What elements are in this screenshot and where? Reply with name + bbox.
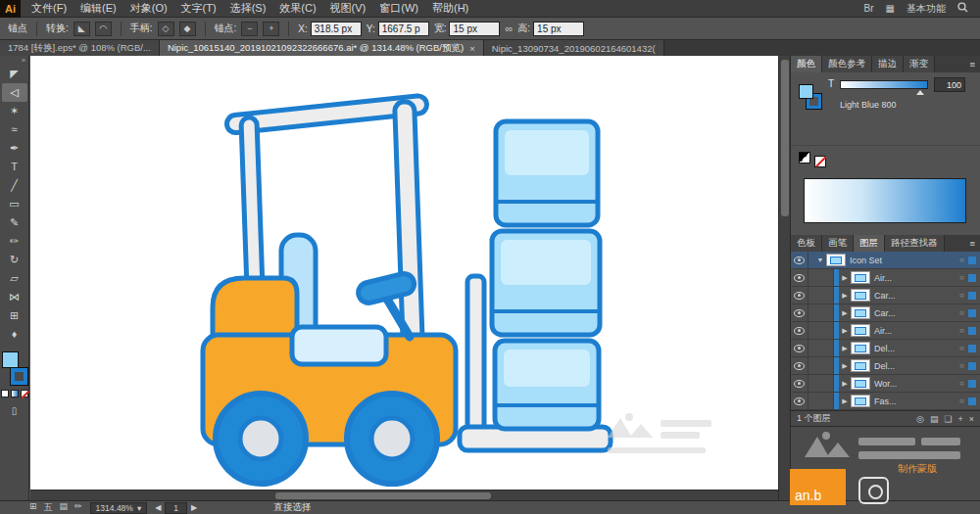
menu-window[interactable]: 窗口(W) [372, 0, 425, 18]
show-handles-button[interactable]: ◇ [158, 22, 174, 36]
menu-view[interactable]: 视图(V) [323, 0, 373, 18]
layer-row[interactable]: ▶ Del... ○ [791, 357, 980, 375]
next-artboard-icon[interactable]: ▶ [191, 503, 197, 512]
target-icon[interactable]: ○ [956, 273, 968, 282]
free-transform-tool[interactable]: ⊞ [2, 306, 27, 325]
target-icon[interactable]: ○ [956, 397, 968, 405]
panel-menu-icon[interactable]: ≡ [964, 235, 980, 252]
layer-row[interactable]: ▶ Fas... ○ [791, 393, 980, 410]
menu-edit[interactable]: 编辑(E) [74, 0, 123, 18]
panel-icon[interactable]: ▤ [60, 501, 69, 514]
target-icon[interactable]: ○ [956, 256, 968, 264]
document-tab-1[interactable]: 1784 [转换].eps* @ 108% (RGB/... [0, 40, 160, 56]
make-mask-icon[interactable]: ▤ [930, 414, 939, 424]
tab-color[interactable]: 颜色 [791, 56, 822, 72]
stroke-color-swatch[interactable] [11, 368, 27, 385]
width-tool[interactable]: ⋈ [2, 288, 27, 306]
menu-type[interactable]: 文字(T) [174, 0, 223, 18]
visibility-toggle[interactable] [791, 357, 808, 374]
expand-arrow-icon[interactable]: ▶ [839, 362, 851, 370]
tint-slider-handle[interactable] [916, 90, 924, 95]
expand-arrow-icon[interactable]: ▶ [839, 309, 851, 317]
tab-color-guide[interactable]: 颜色参考 [822, 56, 872, 72]
rotate-tool[interactable]: ↻ [2, 251, 27, 269]
magic-wand-tool[interactable]: ✶ [2, 102, 27, 120]
y-input[interactable]: 1667.5 p [378, 22, 429, 36]
collapse-arrow-icon[interactable]: ▼ [814, 257, 826, 263]
document-tab-2[interactable]: Nipic_10615140_20191021092322666676.ai* … [160, 40, 484, 56]
paintbrush-tool[interactable]: ✎ [2, 213, 27, 232]
pen-icon[interactable]: ✏ [74, 501, 82, 514]
visibility-toggle[interactable] [791, 340, 808, 356]
search-icon[interactable] [957, 2, 968, 15]
visibility-toggle[interactable] [791, 252, 808, 268]
collapse-panel-icon[interactable]: » [22, 57, 25, 64]
arrange-documents-icon[interactable]: ▦ [886, 3, 895, 14]
vertical-scroll-thumb[interactable] [781, 60, 789, 216]
layer-row[interactable]: ▶ Car... ○ [791, 304, 980, 322]
prev-artboard-icon[interactable]: ◀ [155, 503, 161, 512]
forklift-artwork[interactable] [168, 61, 658, 488]
fill-color-swatch[interactable] [2, 351, 19, 368]
locate-object-icon[interactable]: ◎ [916, 414, 924, 424]
pencil-tool[interactable]: ✏ [2, 232, 27, 251]
expand-arrow-icon[interactable]: ▶ [839, 292, 851, 300]
expand-arrow-icon[interactable]: ▶ [839, 345, 851, 352]
delete-layer-icon[interactable]: × [969, 414, 974, 424]
bridge-icon[interactable]: Br [864, 3, 874, 14]
direct-selection-tool[interactable]: ◁ [2, 83, 27, 102]
panel-menu-icon[interactable]: ≡ [964, 56, 980, 72]
add-anchor-button[interactable]: + [263, 22, 279, 36]
target-icon[interactable]: ○ [956, 344, 968, 352]
type-tool[interactable]: T [2, 158, 27, 176]
close-icon[interactable]: × [469, 43, 475, 54]
horizontal-scroll-thumb[interactable] [275, 492, 491, 499]
hide-handles-button[interactable]: ◆ [179, 22, 196, 36]
ime-icon[interactable]: 五 [44, 501, 53, 514]
visibility-toggle[interactable] [791, 269, 808, 286]
tab-pathfinder[interactable]: 路径查找器 [885, 235, 945, 252]
expand-arrow-icon[interactable]: ▶ [839, 380, 851, 388]
eyedropper-tool[interactable]: ♦ [2, 325, 27, 344]
remove-anchor-button[interactable]: − [241, 22, 258, 36]
line-segment-tool[interactable]: ╱ [2, 176, 27, 195]
menu-select[interactable]: 选择(S) [223, 0, 273, 18]
constrain-proportions-icon[interactable]: ∞ [505, 23, 513, 34]
color-button[interactable] [1, 390, 9, 397]
target-icon[interactable]: ○ [956, 361, 968, 370]
target-icon[interactable]: ○ [956, 308, 968, 317]
lasso-tool[interactable]: ≈ [2, 120, 27, 139]
target-icon[interactable]: ○ [956, 379, 968, 388]
width-input[interactable]: 15 px [449, 22, 500, 36]
rectangle-tool[interactable]: ▭ [2, 195, 27, 213]
tab-stroke[interactable]: 描边 [872, 56, 904, 72]
tint-slider[interactable] [840, 80, 928, 89]
tab-brushes[interactable]: 画笔 [822, 235, 854, 252]
tab-swatches[interactable]: 色板 [791, 235, 822, 252]
selection-tool[interactable]: ◤ [2, 65, 27, 83]
expand-arrow-icon[interactable]: ▶ [839, 327, 851, 335]
gradient-button[interactable] [11, 390, 19, 397]
menu-effect[interactable]: 效果(C) [272, 0, 322, 18]
height-input[interactable]: 15 px [533, 22, 584, 36]
expand-arrow-icon[interactable]: ▶ [839, 274, 851, 282]
layer-row-icon-set[interactable]: ▼ Icon Set ○ [791, 252, 980, 269]
fill-proxy-swatch[interactable] [799, 84, 813, 99]
default-fill-stroke-swatch[interactable] [799, 152, 810, 164]
tab-layers[interactable]: 图层 [854, 235, 885, 252]
none-swatch[interactable] [814, 156, 826, 167]
zoom-control[interactable]: 1314.48% ▾ [90, 502, 148, 514]
none-button[interactable] [21, 390, 28, 397]
workspace-switcher[interactable]: 基本功能 [906, 2, 946, 16]
tint-value-input[interactable]: 100 [934, 77, 965, 92]
layer-row[interactable]: ▶ Wor... ○ [791, 375, 980, 393]
target-icon[interactable]: ○ [956, 326, 968, 335]
convert-to-smooth-button[interactable]: ◠ [95, 22, 112, 36]
visibility-toggle[interactable] [791, 287, 808, 304]
menu-file[interactable]: 文件(F) [24, 0, 74, 18]
visibility-toggle[interactable] [791, 304, 808, 321]
tab-gradient[interactable]: 渐变 [904, 56, 935, 72]
layer-row[interactable]: ▶ Car... ○ [791, 287, 980, 304]
artboard-canvas[interactable] [30, 56, 778, 490]
vertical-scrollbar[interactable] [778, 56, 790, 500]
